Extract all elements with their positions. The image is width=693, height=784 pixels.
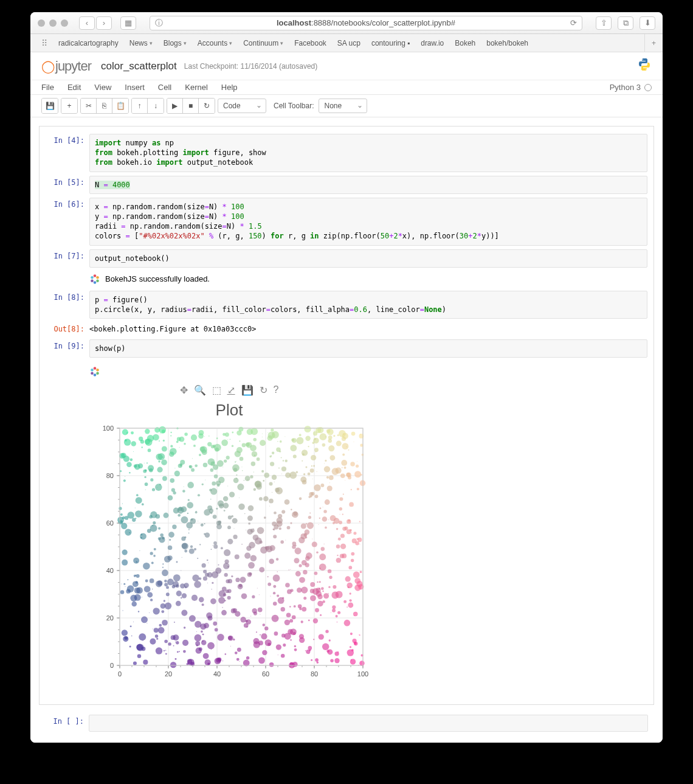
bookmark-item[interactable]: News▾ (129, 39, 153, 47)
svg-point-897 (204, 623, 209, 628)
svg-point-687 (305, 426, 311, 432)
sidebar-toggle-button[interactable]: ▦ (120, 16, 136, 30)
svg-point-670 (181, 516, 188, 524)
bookmark-item[interactable]: Continuum▾ (243, 39, 283, 47)
downloads-icon[interactable]: ⬇ (640, 16, 655, 30)
code[interactable]: x = np.random.random(size=N) * 100 y = n… (95, 202, 642, 241)
svg-point-145 (227, 596, 231, 600)
scatter-plot[interactable]: 020406080100020406080100 (89, 422, 369, 690)
reload-icon[interactable]: ⟳ (570, 18, 577, 27)
empty-code[interactable] (89, 715, 648, 732)
svg-point-922 (295, 571, 301, 577)
cell-type-select[interactable]: Code (218, 99, 266, 113)
code-cell[interactable]: In [ ]: (39, 713, 654, 733)
code-cell[interactable]: In [6]: x = np.random.random(size=N) * 1… (40, 196, 653, 247)
menu-help[interactable]: Help (221, 83, 238, 92)
help-tool-icon[interactable]: ? (274, 384, 279, 396)
box-zoom-icon[interactable]: ⬚ (212, 384, 221, 396)
svg-point-264 (276, 558, 278, 560)
svg-point-1 (646, 69, 647, 70)
cut-button[interactable]: ✂ (81, 99, 97, 113)
bookmark-item[interactable]: bokeh/bokeh (486, 39, 528, 47)
bookmark-item[interactable]: Bokeh (455, 39, 475, 47)
maximize-icon[interactable] (61, 19, 68, 27)
svg-point-972 (215, 628, 218, 632)
code[interactable]: import numpy as np from bokeh.plotting i… (95, 138, 642, 168)
svg-point-446 (253, 488, 256, 491)
svg-point-616 (233, 639, 235, 640)
url-bar[interactable]: ⓘ localhost:8888/notebooks/color_scatter… (150, 16, 582, 30)
svg-point-654 (162, 564, 164, 565)
code-cell[interactable]: In [7]: output_notebook() (40, 248, 653, 269)
copy-button[interactable]: ⎘ (97, 99, 112, 113)
pan-tool-icon[interactable]: ✥ (180, 384, 188, 396)
svg-point-448 (317, 601, 323, 606)
apps-icon[interactable]: ⠿ (41, 38, 47, 48)
svg-point-592 (349, 599, 351, 602)
svg-point-830 (199, 454, 201, 456)
close-icon[interactable] (38, 19, 45, 27)
svg-point-351 (289, 619, 293, 623)
forward-button[interactable]: › (96, 16, 112, 30)
svg-point-222 (314, 572, 318, 575)
menu-insert[interactable]: Insert (125, 83, 145, 92)
bookmark-item[interactable]: Accounts▾ (198, 39, 232, 47)
bookmark-item[interactable]: SA ucp (337, 39, 360, 47)
code-cell[interactable]: In [9]: show(p) (40, 338, 653, 359)
svg-point-710 (242, 470, 243, 471)
new-tab-button[interactable]: + (644, 34, 663, 52)
svg-point-777 (314, 494, 318, 498)
code[interactable]: N = 4000 (95, 180, 642, 190)
menu-edit[interactable]: Edit (67, 83, 81, 92)
menu-kernel[interactable]: Kernel (185, 83, 208, 92)
save-button[interactable]: 💾 (42, 99, 58, 113)
minimize-icon[interactable] (49, 19, 57, 27)
svg-point-477 (145, 490, 146, 490)
notebook-area: In [4]: import numpy as np from bokeh.pl… (30, 117, 663, 743)
bookmark-item[interactable]: Facebook (294, 39, 326, 47)
svg-point-232 (152, 488, 155, 491)
share-icon[interactable]: ⇧ (596, 16, 612, 30)
svg-point-202 (144, 586, 151, 592)
menu-file[interactable]: File (41, 83, 54, 92)
back-button[interactable]: ‹ (79, 16, 95, 30)
move-up-button[interactable]: ↑ (132, 99, 148, 113)
menu-cell[interactable]: Cell (158, 83, 171, 92)
code[interactable]: p = figure() p.circle(x, y, radius=radii… (95, 295, 642, 314)
code-cell[interactable]: In [5]: N = 4000 (40, 175, 653, 195)
svg-text:0: 0 (118, 670, 122, 678)
bookmark-item[interactable]: draw.io (421, 39, 444, 47)
svg-point-713 (246, 442, 252, 448)
svg-point-960 (245, 476, 250, 482)
jupyter-logo[interactable]: ◯jupyter (41, 58, 91, 74)
in-prompt: In [9]: (46, 339, 89, 358)
paste-button[interactable]: 📋 (112, 99, 128, 113)
notebook-title[interactable]: color_scatterplot (101, 60, 177, 72)
plot-output: ✥ 🔍 ⬚ ⤢ 💾 ↻ ? Plot 020406080100020406080… (40, 360, 653, 698)
svg-point-534 (150, 552, 153, 555)
code-cell[interactable]: In [4]: import numpy as np from bokeh.pl… (40, 133, 653, 173)
svg-point-905 (340, 544, 346, 549)
bookmark-item[interactable]: contouring ▪ (371, 39, 410, 47)
code[interactable]: output_notebook() (95, 254, 642, 263)
move-down-button[interactable]: ↓ (148, 99, 164, 113)
tabs-icon[interactable]: ⧉ (618, 16, 633, 30)
stop-button[interactable]: ■ (183, 99, 199, 113)
code[interactable]: show(p) (95, 344, 642, 353)
bookmark-item[interactable]: Blogs▾ (164, 39, 187, 47)
save-tool-icon[interactable]: 💾 (241, 384, 253, 396)
svg-point-763 (164, 513, 169, 518)
cell-toolbar-select[interactable]: None (319, 99, 367, 113)
resize-tool-icon[interactable]: ⤢ (227, 384, 235, 396)
menu-view[interactable]: View (94, 83, 111, 92)
svg-point-681 (158, 627, 165, 634)
restart-button[interactable]: ↻ (199, 99, 215, 113)
svg-point-636 (359, 661, 364, 666)
reset-tool-icon[interactable]: ↻ (260, 384, 267, 396)
zoom-tool-icon[interactable]: 🔍 (194, 384, 206, 396)
add-cell-button[interactable]: + (61, 99, 77, 113)
code-cell[interactable]: In [8]: p = figure() p.circle(x, y, radi… (40, 290, 653, 320)
svg-point-208 (188, 529, 190, 530)
bookmark-item[interactable]: radicalcartography (58, 39, 119, 47)
run-button[interactable]: ▶ (167, 99, 183, 113)
